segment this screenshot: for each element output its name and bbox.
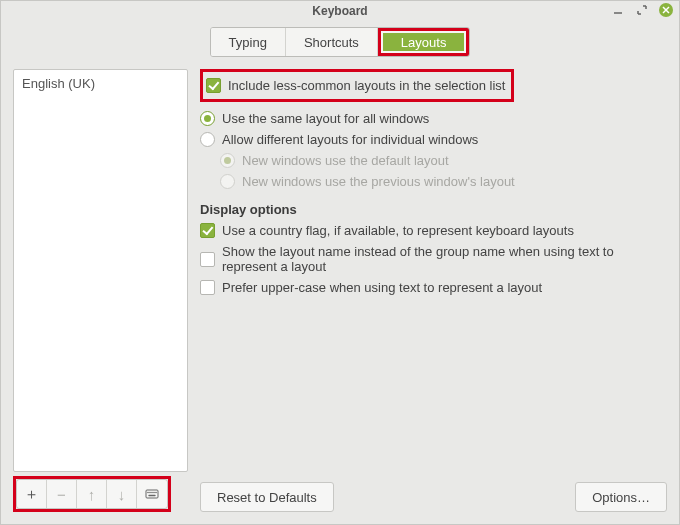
maximize-button[interactable]	[635, 3, 649, 17]
tab-shortcuts[interactable]: Shortcuts	[286, 28, 378, 56]
options-button[interactable]: Options…	[575, 482, 667, 512]
svg-rect-3	[146, 490, 158, 498]
remove-layout-button[interactable]: −	[47, 480, 77, 508]
different-layout-radio[interactable]	[200, 132, 215, 147]
arrow-up-icon: ↑	[88, 486, 96, 503]
upper-case-checkbox[interactable]	[200, 280, 215, 295]
tab-typing[interactable]: Typing	[211, 28, 286, 56]
include-less-common-label: Include less-common layouts in the selec…	[228, 78, 505, 93]
show-keyboard-button[interactable]	[137, 480, 167, 508]
highlight-layouts-tab: Layouts	[378, 28, 470, 56]
tab-bar: Typing Shortcuts Layouts	[1, 21, 679, 57]
close-button[interactable]	[659, 3, 673, 17]
highlight-include-less-common: Include less-common layouts in the selec…	[200, 69, 514, 102]
arrow-down-icon: ↓	[118, 486, 126, 503]
plus-icon: ＋	[24, 485, 39, 504]
include-less-common-checkbox[interactable]	[206, 78, 221, 93]
new-default-radio	[220, 153, 235, 168]
new-previous-radio	[220, 174, 235, 189]
list-item[interactable]: English (UK)	[22, 74, 179, 93]
new-previous-label: New windows use the previous window's la…	[242, 174, 515, 189]
tab-layouts[interactable]: Layouts	[383, 33, 465, 51]
minimize-button[interactable]	[611, 3, 625, 17]
minus-icon: −	[57, 486, 66, 503]
layout-name-label: Show the layout name instead of the grou…	[222, 244, 667, 274]
country-flag-checkbox[interactable]	[200, 223, 215, 238]
country-flag-label: Use a country flag, if available, to rep…	[222, 223, 574, 238]
highlight-add-button: ＋ − ↑ ↓	[13, 476, 171, 512]
minimize-icon	[611, 3, 625, 17]
window-controls	[611, 3, 673, 17]
same-layout-radio[interactable]	[200, 111, 215, 126]
different-layout-label: Allow different layouts for individual w…	[222, 132, 478, 147]
same-layout-label: Use the same layout for all windows	[222, 111, 429, 126]
add-layout-button[interactable]: ＋	[17, 480, 47, 508]
upper-case-label: Prefer upper-case when using text to rep…	[222, 280, 542, 295]
layout-name-checkbox[interactable]	[200, 252, 215, 267]
titlebar: Keyboard	[1, 1, 679, 21]
move-down-button[interactable]: ↓	[107, 480, 137, 508]
keyboard-settings-window: Keyboard Typing Shortcuts Layouts Englis…	[0, 0, 680, 525]
window-title: Keyboard	[312, 4, 367, 18]
layout-list[interactable]: English (UK)	[13, 69, 188, 472]
keyboard-icon	[145, 487, 159, 501]
move-up-button[interactable]: ↑	[77, 480, 107, 508]
reset-defaults-button[interactable]: Reset to Defaults	[200, 482, 334, 512]
close-icon	[659, 3, 673, 17]
display-options-title: Display options	[200, 192, 667, 220]
new-default-label: New windows use the default layout	[242, 153, 449, 168]
maximize-icon	[635, 3, 649, 17]
